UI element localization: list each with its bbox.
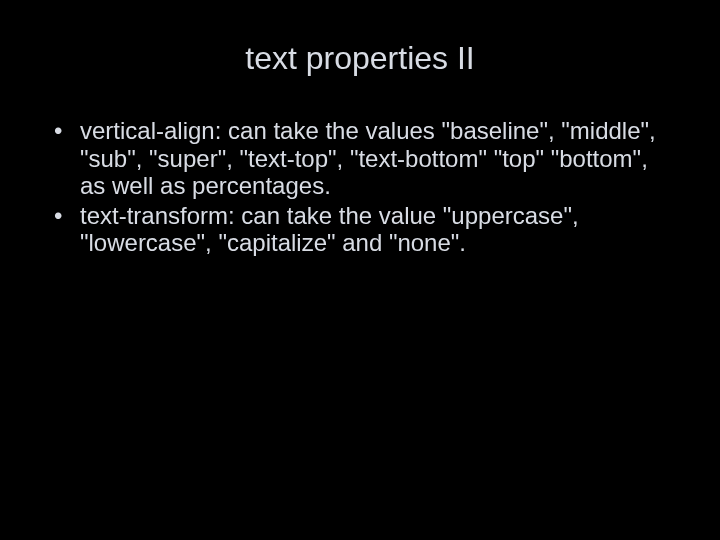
list-item: vertical-align: can take the values "bas… xyxy=(50,117,670,200)
slide-title: text properties II xyxy=(40,40,680,77)
bullet-list: vertical-align: can take the values "bas… xyxy=(40,117,680,257)
list-item: text-transform: can take the value "uppe… xyxy=(50,202,670,257)
slide: text properties II vertical-align: can t… xyxy=(0,0,720,540)
